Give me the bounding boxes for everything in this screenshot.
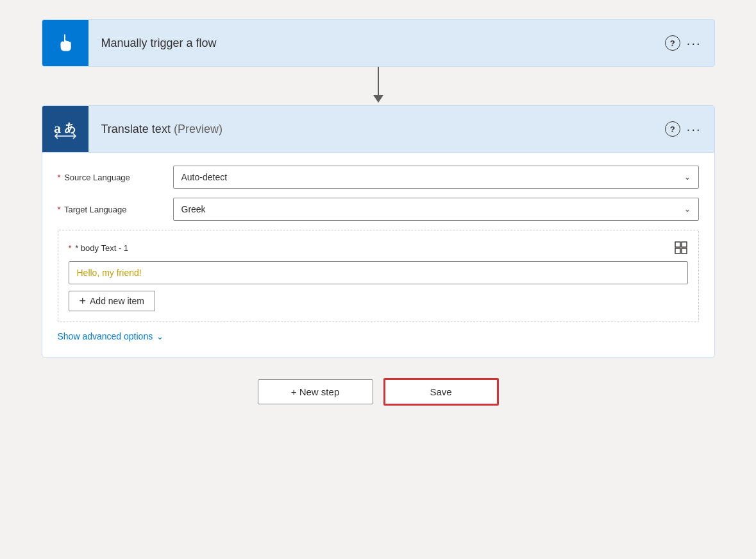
body-required-star: * (69, 243, 72, 253)
svg-rect-5 (675, 248, 680, 254)
show-advanced-chevron-icon: ⌄ (156, 332, 164, 341)
body-text-label-row: * * body Text - 1 (69, 241, 688, 255)
arrow-connector (373, 67, 383, 105)
canvas: Manually trigger a flow ? ··· a あ (42, 19, 715, 406)
body-text-label: * * body Text - 1 (69, 243, 129, 253)
source-label-text: Source Language (64, 173, 130, 182)
source-chevron-icon: ⌄ (684, 173, 691, 182)
svg-rect-6 (682, 248, 687, 254)
show-advanced-button[interactable]: Show advanced options ⌄ (58, 331, 164, 341)
source-language-dropdown[interactable]: Auto-detect ⌄ (173, 166, 699, 189)
source-language-row: * Source Language Auto-detect ⌄ (58, 166, 699, 189)
action-body: * Source Language Auto-detect ⌄ * Target… (42, 153, 714, 357)
add-item-label: Add new item (90, 296, 144, 306)
target-chevron-icon: ⌄ (684, 205, 691, 214)
action-card: a あ Translate text (Preview) ? ··· (42, 105, 715, 357)
body-text-label-text: * body Text - 1 (75, 243, 128, 253)
target-language-label: * Target Language (58, 205, 173, 214)
action-header: a あ Translate text (Preview) ? ··· (42, 106, 714, 153)
add-item-plus-icon: + (80, 295, 87, 307)
translate-icon: a あ (51, 115, 80, 143)
trigger-title: Manually trigger a flow (88, 37, 665, 50)
show-advanced-label: Show advanced options (58, 331, 153, 341)
trigger-icon-box (42, 20, 88, 66)
trigger-actions: ? ··· (665, 35, 714, 51)
body-text-array-icon-button[interactable] (674, 241, 688, 255)
svg-rect-4 (682, 242, 687, 247)
target-label-text: Target Language (64, 205, 127, 214)
action-title-text: Translate text (101, 123, 171, 135)
trigger-help-icon[interactable]: ? (665, 35, 680, 51)
action-preview-label: (Preview) (174, 123, 223, 135)
trigger-more-button[interactable]: ··· (687, 37, 701, 49)
source-required-star: * (58, 173, 61, 182)
target-language-row: * Target Language Greek ⌄ (58, 198, 699, 221)
save-button[interactable]: Save (383, 378, 499, 406)
source-language-label: * Source Language (58, 173, 173, 182)
new-step-button[interactable]: + New step (258, 379, 373, 404)
trigger-icon (54, 31, 77, 55)
svg-rect-3 (675, 242, 680, 247)
target-required-star: * (58, 205, 61, 214)
translate-svg: a あ (51, 115, 80, 143)
target-language-value: Greek (181, 204, 206, 214)
action-help-icon[interactable]: ? (665, 121, 680, 137)
arrow-head (373, 95, 383, 103)
svg-text:あ: あ (64, 121, 76, 134)
body-text-input[interactable] (69, 261, 688, 284)
target-language-dropdown[interactable]: Greek ⌄ (173, 198, 699, 221)
body-text-array: * * body Text - 1 + (58, 230, 699, 322)
array-table-icon (674, 241, 688, 255)
action-icon-box: a あ (42, 106, 88, 152)
arrow-line (378, 67, 379, 95)
add-new-item-button[interactable]: + Add new item (69, 291, 155, 311)
action-title: Translate text (Preview) (88, 123, 665, 136)
bottom-actions: + New step Save (258, 378, 499, 406)
action-actions: ? ··· (665, 121, 714, 137)
trigger-card: Manually trigger a flow ? ··· (42, 19, 715, 67)
action-more-button[interactable]: ··· (687, 123, 701, 135)
source-language-value: Auto-detect (181, 172, 228, 182)
